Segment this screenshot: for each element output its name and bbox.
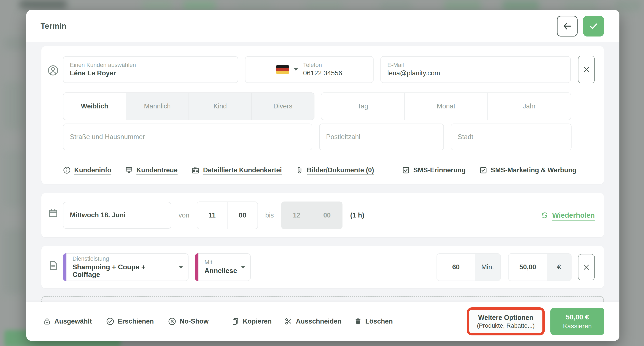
check-icon [588,21,598,31]
more-options-button[interactable]: Weitere Optionen (Produkte, Rabatte...) [467,307,545,335]
duration-input[interactable]: 60 [437,254,475,281]
staff-value: Anneliese [204,267,238,274]
repeat-link[interactable]: Wiederholen [540,211,595,219]
copy-link[interactable]: Kopieren [232,317,272,325]
price-group: 50,00 € [508,253,572,281]
chevron-down-icon [241,266,246,269]
city-placeholder: Stadt [458,133,565,141]
cut-link[interactable]: Ausschneiden [284,317,342,325]
start-time-group: 11 00 [197,202,258,229]
customer-record-link[interactable]: Detaillierte Kundenkartei [191,166,282,174]
arrow-left-icon [562,21,572,31]
gender-option-maennlich[interactable]: Männlich [126,93,188,120]
modal-footer: Ausgewählt Erschienen No-Show Kopieren [26,302,620,341]
customer-icon [48,65,59,76]
customer-select-field[interactable]: Einen Kunden auswählen Léna Le Royer [63,56,238,83]
checkout-button[interactable]: 50,00 € Kassieren [550,308,604,335]
currency-unit: € [547,254,571,281]
modal-header: Termin [26,10,620,42]
customer-select-label: Einen Kunden auswählen [70,62,231,68]
date-field[interactable]: Mittwoch 18. Juni [63,202,171,229]
customer-loyalty-link[interactable]: Kundentreue [125,166,178,174]
status-selected-link[interactable]: Ausgewählt [43,317,92,325]
circle-x-icon [168,317,176,325]
page-title: Termin [40,22,66,31]
copy-icon [232,317,239,325]
remove-service-button[interactable] [578,254,595,280]
checkbox-checked-icon [480,166,487,174]
checkbox-checked-icon [402,166,410,174]
clear-customer-button[interactable] [578,56,595,83]
id-card-icon [191,166,200,174]
phone-field[interactable]: Telefon 06122 34556 [245,56,374,83]
customer-card: Einen Kunden auswählen Léna Le Royer Tel… [42,46,604,184]
chevron-down-icon [294,68,298,71]
status-shown-link[interactable]: Erschienen [106,317,154,325]
service-select[interactable]: Dienstleistung Shampoing + Coupe + Coiff… [63,253,188,281]
scissors-icon [284,317,292,325]
start-hour-input[interactable]: 11 [197,202,227,229]
zip-input[interactable]: Postleitzahl [319,123,444,150]
confirm-button[interactable] [583,16,604,37]
appointment-modal: Termin Einen Kunden auswählen [26,10,620,341]
start-minute-input[interactable]: 00 [227,202,258,229]
from-label: von [178,212,189,219]
street-placeholder: Straße und Hausnummer [70,133,306,141]
staff-label: Mit [204,260,238,265]
end-minute-input[interactable]: 00 [312,202,342,229]
duration-unit: Min. [475,254,500,281]
gender-option-weiblich[interactable]: Weiblich [64,93,126,120]
phone-value: 06122 34556 [303,70,342,77]
links-divider [388,164,388,177]
zip-placeholder: Postleitzahl [326,133,437,141]
birth-day-input[interactable]: Tag [321,93,404,120]
email-label: E-Mail [387,62,564,68]
staff-select[interactable]: Mit Anneliese [195,253,250,281]
sms-reminder-checkbox[interactable]: SMS-Erinnerung [402,166,466,174]
email-field[interactable]: E-Mail lena@planity.com [380,56,571,83]
info-icon [63,166,71,174]
delete-link[interactable]: Löschen [354,317,393,325]
schedule-card: Mittwoch 18. Juni von 11 00 bis 12 00 (1… [42,193,604,237]
back-button[interactable] [557,16,578,37]
images-documents-link[interactable]: Bilder/Dokumente (0) [296,166,374,174]
germany-flag-icon[interactable] [276,65,289,74]
date-value: Mittwoch 18. Juni [70,212,164,219]
close-icon [583,66,590,73]
footer-divider [220,314,220,328]
phone-label: Telefon [303,62,342,68]
end-hour-input[interactable]: 12 [282,202,312,229]
header-actions [557,16,604,37]
birthdate-group: Tag Monat Jahr [321,92,571,120]
footer-right-actions: Weitere Optionen (Produkte, Rabatte...) … [467,307,604,335]
paperclip-icon [296,166,304,174]
document-icon [48,260,59,271]
birth-month-input[interactable]: Monat [404,93,488,120]
duration-text: (1 h) [350,212,364,219]
lock-icon [43,317,51,325]
chevron-down-icon [178,266,183,269]
gender-option-kind[interactable]: Kind [188,93,251,120]
sms-marketing-checkbox[interactable]: SMS-Marketing & Werbung [480,166,576,174]
loyalty-icon [125,166,133,174]
customer-info-link[interactable]: Kundeninfo [63,166,111,174]
repeat-icon [540,211,549,219]
service-label: Dienstleistung [72,256,174,262]
street-input[interactable]: Straße und Hausnummer [63,123,312,150]
gender-segmented-control: Weiblich Männlich Kind Divers [63,92,314,120]
circle-check-icon [106,317,114,325]
service-value: Shampoing + Coupe + Coiffage [72,263,174,278]
duration-group: 60 Min. [436,253,501,281]
gender-option-divers[interactable]: Divers [251,93,314,120]
city-input[interactable]: Stadt [451,123,572,150]
calendar-icon [48,207,59,219]
close-icon [583,263,590,271]
to-label: bis [265,212,274,219]
status-noshow-link[interactable]: No-Show [168,317,208,325]
email-value: lena@planity.com [387,70,564,77]
modal-body: Einen Kunden auswählen Léna Le Royer Tel… [26,42,620,331]
birth-year-input[interactable]: Jahr [488,93,571,120]
customer-select-value: Léna Le Royer [70,70,231,77]
price-input[interactable]: 50,00 [508,254,547,281]
service-card: Dienstleistung Shampoing + Coupe + Coiff… [42,246,604,288]
